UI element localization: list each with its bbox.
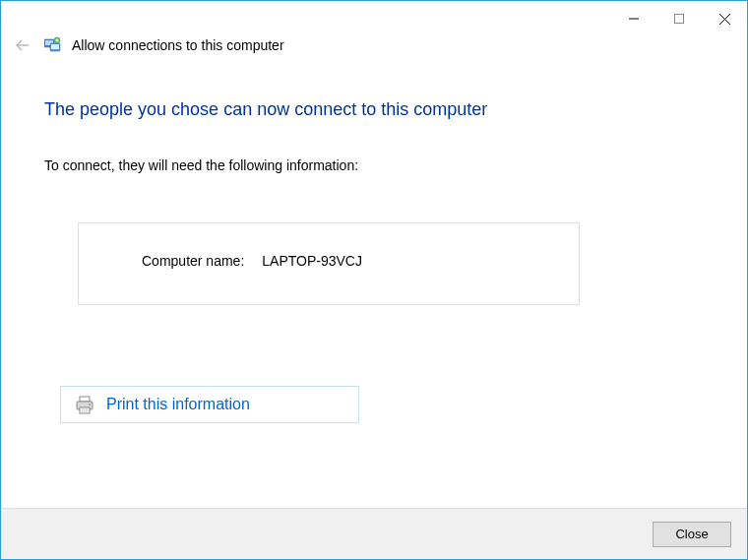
svg-rect-15 <box>80 407 90 413</box>
page-title: Allow connections to this computer <box>72 37 284 53</box>
titlebar <box>1 1 747 31</box>
info-subtext: To connect, they will need the following… <box>44 157 704 173</box>
computer-name-label: Computer name: <box>142 253 244 269</box>
content-area: The people you chose can now connect to … <box>1 60 747 423</box>
print-information-button[interactable]: Print this information <box>60 386 359 423</box>
window-close-button[interactable] <box>702 7 747 31</box>
back-arrow-icon <box>11 33 34 57</box>
close-button-label: Close <box>675 527 708 541</box>
print-button-label: Print this information <box>106 396 250 413</box>
footer-bar: Close <box>1 508 747 559</box>
close-button[interactable]: Close <box>653 522 731 547</box>
computer-info-box: Computer name: LAPTOP-93VCJ <box>78 222 580 305</box>
page-header: Allow connections to this computer <box>1 31 747 60</box>
minimize-button[interactable] <box>611 7 656 31</box>
svg-rect-12 <box>80 397 90 402</box>
maximize-button[interactable] <box>656 7 702 31</box>
svg-point-14 <box>89 404 91 405</box>
remote-connection-icon <box>44 36 62 54</box>
main-heading: The people you chose can now connect to … <box>44 99 704 120</box>
computer-name-value: LAPTOP-93VCJ <box>262 253 362 269</box>
svg-rect-1 <box>675 15 684 24</box>
svg-rect-8 <box>51 44 59 49</box>
printer-icon <box>75 395 94 414</box>
